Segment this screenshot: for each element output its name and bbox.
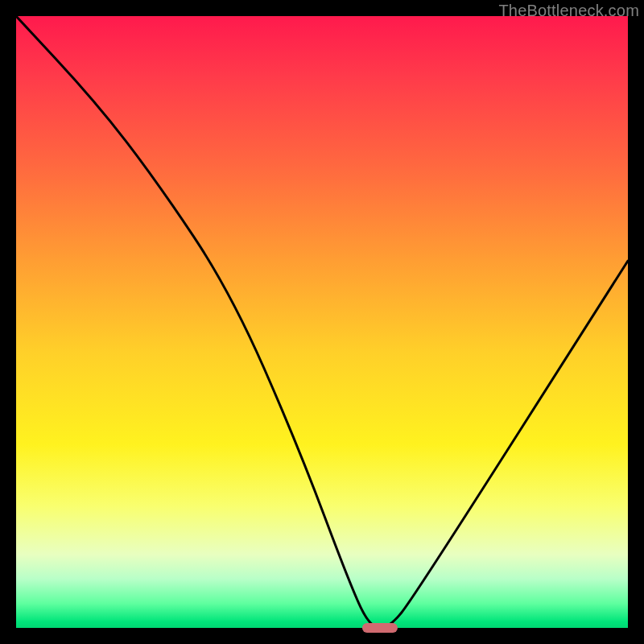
bottleneck-curve xyxy=(16,16,628,628)
plot-area xyxy=(16,16,628,628)
chart-frame: TheBottleneck.com xyxy=(0,0,644,644)
curve-layer xyxy=(16,16,628,628)
optimal-marker xyxy=(362,623,398,633)
